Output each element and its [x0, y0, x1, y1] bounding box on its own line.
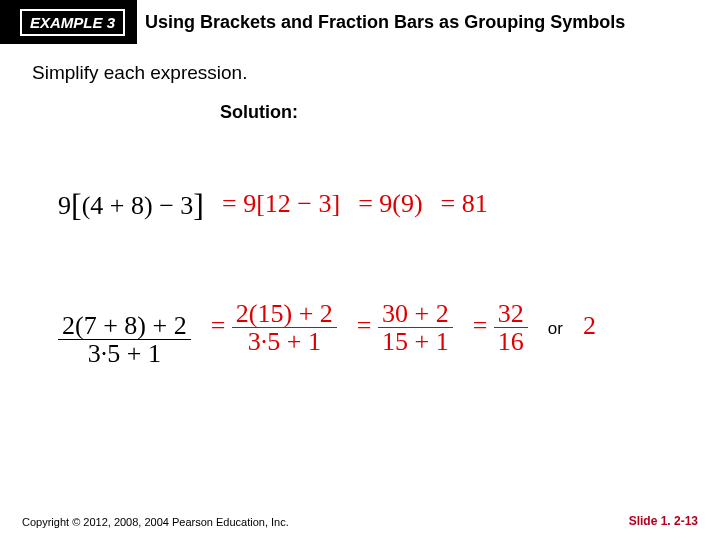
row2-result: 2: [583, 311, 596, 341]
math-row-2: 2(7 + 8) + 2 3·5 + 1 = 2(15) + 2 3·5 + 1…: [58, 300, 596, 367]
row2-step1: = 2(15) + 2 3·5 + 1: [211, 300, 337, 356]
row1-expression: 9[(4 + 8) − 3]: [58, 185, 204, 222]
row1-step1: = 9[12 − 3]: [222, 189, 340, 219]
math-row-1: 9[(4 + 8) − 3] = 9[12 − 3] = 9(9) = 81: [58, 185, 488, 222]
row2-expr-num: 2(7 + 8) + 2: [58, 312, 191, 339]
instruction-text: Simplify each expression.: [32, 62, 720, 84]
slide-number: Slide 1. 2-13: [629, 514, 698, 528]
copyright-text: Copyright © 2012, 2008, 2004 Pearson Edu…: [22, 516, 289, 528]
header-title: Using Brackets and Fraction Bars as Grou…: [137, 0, 720, 44]
row2-step3: = 32 16: [473, 300, 528, 356]
solution-label: Solution:: [220, 102, 720, 123]
slide-header: EXAMPLE 3 Using Brackets and Fraction Ba…: [0, 0, 720, 44]
row1-result: = 81: [441, 189, 488, 219]
row2-step2: = 30 + 2 15 + 1: [357, 300, 453, 356]
example-badge: EXAMPLE 3: [20, 9, 125, 36]
row1-step2: = 9(9): [358, 189, 422, 219]
row2-or: or: [548, 319, 563, 339]
row2-expr-den: 3·5 + 1: [84, 340, 165, 367]
row2-expression: 2(7 + 8) + 2 3·5 + 1: [58, 312, 191, 368]
